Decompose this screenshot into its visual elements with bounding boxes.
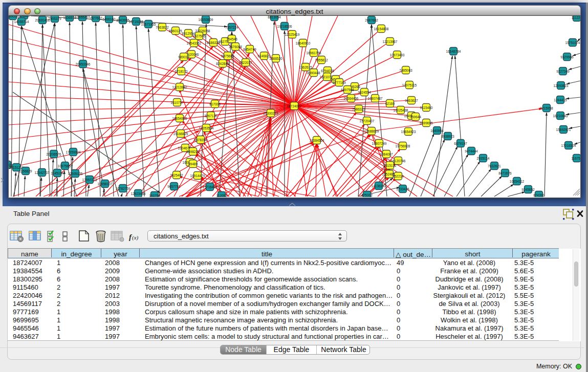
svg-text:1362615: 1362615 [299,65,312,69]
svg-text:9084067: 9084067 [380,152,393,156]
svg-text:15720407: 15720407 [360,119,375,123]
svg-text:1156829: 1156829 [19,169,32,173]
svg-text:14055714: 14055714 [14,20,29,24]
svg-text:12505135: 12505135 [68,172,83,176]
svg-text:12975115: 12975115 [402,83,417,87]
svg-text:1106579: 1106579 [63,16,76,19]
svg-text:169553: 169553 [9,16,18,18]
svg-text:8813054: 8813054 [268,16,281,19]
svg-text:8215958: 8215958 [540,106,553,110]
svg-text:175312: 175312 [361,193,373,197]
svg-text:2676068: 2676068 [229,45,242,49]
svg-text:16053809: 16053809 [199,18,213,21]
svg-text:8242848: 8242848 [216,62,229,65]
svg-text:9227349: 9227349 [556,70,570,73]
svg-text:1615132: 1615132 [383,164,397,167]
svg-text:6879197: 6879197 [454,142,467,145]
svg-text:62160: 62160 [385,102,395,105]
svg-text:6497568: 6497568 [341,88,354,92]
svg-text:17359924: 17359924 [66,150,81,154]
svg-text:112053: 112053 [216,194,227,198]
svg-text:1733426: 1733426 [396,187,409,191]
svg-text:19384554: 19384554 [310,139,324,142]
svg-text:8960125: 8960125 [169,29,182,33]
svg-text:7986322: 7986322 [352,107,365,111]
svg-text:3267130: 3267130 [204,114,217,118]
svg-text:12325419: 12325419 [285,33,300,36]
svg-text:20206576: 20206576 [47,152,61,156]
svg-text:1640954: 1640954 [430,129,444,133]
svg-text:18807249: 18807249 [372,142,387,145]
svg-text:2687682: 2687682 [365,18,378,22]
svg-text:20364436: 20364436 [344,97,359,100]
svg-text:2718170: 2718170 [175,70,188,73]
svg-text:10973493: 10973493 [390,53,405,57]
svg-text:9115460: 9115460 [420,106,433,110]
svg-text:759644: 759644 [410,115,421,119]
svg-text:9146821: 9146821 [257,54,271,58]
svg-text:8943955: 8943955 [116,18,129,22]
svg-text:16961758: 16961758 [307,51,321,55]
svg-text:7625402: 7625402 [170,173,183,177]
svg-text:1905379: 1905379 [48,17,61,20]
svg-text:204881: 204881 [18,16,30,17]
svg-text:1527602: 1527602 [89,16,102,20]
svg-text:6794028: 6794028 [321,69,334,73]
svg-text:15751074: 15751074 [565,41,580,45]
svg-text:874391: 874391 [533,193,545,197]
svg-text:10807487: 10807487 [368,97,383,100]
svg-text:9245652: 9245652 [521,188,535,191]
svg-text:989012: 989012 [178,55,189,59]
svg-text:20953346: 20953346 [76,62,91,66]
svg-text:817006: 817006 [209,102,221,106]
svg-text:9777169: 9777169 [333,81,346,84]
svg-text:7485063: 7485063 [399,69,412,72]
svg-text:8938923: 8938923 [441,135,454,138]
svg-text:8578354: 8578354 [194,138,207,142]
svg-text:19166825: 19166825 [173,132,188,136]
svg-text:1588520: 1588520 [269,57,282,60]
svg-text:8322037: 8322037 [239,61,252,64]
svg-text:12213982: 12213982 [172,85,187,89]
svg-text:19756928: 19756928 [396,144,410,148]
svg-text:19654923: 19654923 [401,130,416,134]
svg-text:252214: 252214 [393,174,404,178]
svg-text:9657791: 9657791 [167,185,181,188]
svg-text:9329966: 9329966 [560,55,574,59]
svg-text:9327505: 9327505 [192,34,206,38]
svg-text:7357224: 7357224 [225,26,238,29]
svg-text:111226: 111226 [572,16,580,19]
svg-text:1610757: 1610757 [170,101,184,104]
svg-text:7632621: 7632621 [488,164,501,168]
svg-text:10025438: 10025438 [394,108,408,112]
svg-text:16210643: 16210643 [553,114,568,118]
svg-text:7955812: 7955812 [315,58,328,62]
svg-text:99489: 99489 [188,162,198,166]
svg-text:25300273: 25300273 [264,112,278,115]
svg-text:5875685: 5875685 [221,54,234,58]
svg-text:12093823: 12093823 [554,84,569,87]
svg-text:193754: 193754 [149,194,160,198]
svg-text:18640910: 18640910 [296,41,311,45]
svg-text:15692971: 15692971 [556,128,571,132]
svg-text:12923448: 12923448 [131,192,146,195]
svg-text:14136141: 14136141 [372,184,386,188]
svg-text:754546: 754546 [226,37,237,41]
svg-text:19654925: 19654925 [172,117,187,120]
svg-text:10688609: 10688609 [364,129,379,133]
svg-text:3624554: 3624554 [358,91,371,94]
svg-text:16648784: 16648784 [446,50,461,53]
svg-text:12213967: 12213967 [383,40,398,43]
svg-text:8454749: 8454749 [243,48,256,51]
svg-text:(x): (x) [132,234,139,241]
svg-text:6699695: 6699695 [420,121,433,125]
svg-text:116753: 116753 [571,157,580,160]
svg-text:10975857: 10975857 [58,164,73,168]
svg-text:10655267: 10655267 [75,16,90,19]
svg-text:10654112: 10654112 [510,180,525,183]
svg-text:15716485: 15716485 [203,185,217,189]
svg-text:8186328: 8186328 [207,41,220,45]
svg-text:16154808: 16154808 [374,27,389,31]
svg-text:6466160: 6466160 [102,17,116,21]
svg-text:8990448: 8990448 [307,71,320,75]
